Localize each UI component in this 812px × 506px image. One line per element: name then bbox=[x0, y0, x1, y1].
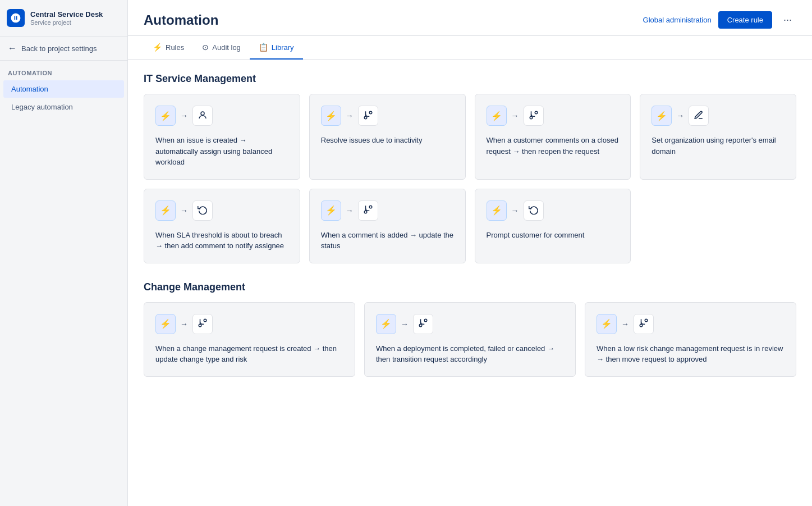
branch-icon bbox=[529, 110, 539, 122]
branch-icon bbox=[418, 318, 428, 330]
section-label: AUTOMATION bbox=[0, 61, 127, 80]
sidebar: Central Service Desk Service project ← B… bbox=[0, 0, 128, 506]
bolt-icon: ⚡ bbox=[160, 111, 171, 121]
trigger-icon-box: ⚡ bbox=[155, 106, 176, 126]
tab-library[interactable]: 📋 Library bbox=[250, 36, 303, 60]
card-change-type-risk[interactable]: ⚡ → When a change management request is … bbox=[144, 302, 355, 377]
arrow-icon: → bbox=[621, 320, 629, 329]
card-text: When an issue is created → automatically… bbox=[155, 135, 288, 168]
page-title: Automation bbox=[144, 12, 218, 28]
itsm-section-title: IT Service Management bbox=[144, 73, 796, 85]
back-to-settings[interactable]: ← Back to project settings bbox=[0, 37, 127, 61]
svg-point-6 bbox=[369, 206, 372, 208]
action-icon-box bbox=[634, 314, 654, 334]
project-name: Central Service Desk bbox=[30, 10, 103, 20]
trigger-icon-box: ⚡ bbox=[487, 200, 507, 221]
card-prompt-customer[interactable]: ⚡ → Prompt customer for comment bbox=[475, 189, 631, 263]
card-deployment-transition[interactable]: ⚡ → When a deployment is completed, fail… bbox=[364, 302, 576, 377]
trigger-icon-box: ⚡ bbox=[321, 106, 341, 126]
project-type: Service project bbox=[30, 19, 103, 26]
person-icon bbox=[198, 110, 208, 122]
trigger-icon-box: ⚡ bbox=[155, 314, 176, 334]
itsm-cards-grid: ⚡ → When an issue is created → automatic… bbox=[144, 94, 796, 263]
main-content: Automation Global administration Create … bbox=[128, 0, 812, 506]
sidebar-nav: Automation Legacy automation bbox=[0, 80, 127, 116]
sidebar-header: Central Service Desk Service project bbox=[0, 0, 127, 37]
refresh-icon bbox=[198, 204, 208, 216]
project-logo bbox=[7, 9, 25, 27]
tab-audit-log-label: Audit log bbox=[212, 43, 241, 52]
bolt-icon: ⚡ bbox=[380, 318, 392, 329]
card-reopen-request[interactable]: ⚡ → When a customer comments on a closed… bbox=[475, 94, 631, 180]
card-text: Set organization using reporter's email … bbox=[652, 135, 785, 157]
svg-point-10 bbox=[424, 319, 427, 322]
bolt-icon: ⚡ bbox=[601, 318, 612, 329]
library-icon: 📋 bbox=[259, 43, 268, 52]
tab-audit-log[interactable]: ⊙ Audit log bbox=[193, 36, 250, 60]
more-options-button[interactable]: ··· bbox=[779, 12, 796, 28]
card-text: When a change management request is crea… bbox=[155, 343, 343, 365]
arrow-icon: → bbox=[511, 111, 519, 120]
arrow-icon: → bbox=[180, 320, 188, 329]
back-icon: ← bbox=[8, 43, 17, 53]
rules-icon: ⚡ bbox=[153, 43, 162, 52]
card-text: Resolve issues due to inactivity bbox=[321, 135, 454, 146]
card-balanced-workload[interactable]: ⚡ → When an issue is created → automatic… bbox=[144, 94, 300, 180]
action-icon-box bbox=[689, 106, 709, 126]
card-comment-status[interactable]: ⚡ → When a comment is added → update the… bbox=[309, 189, 466, 263]
card-text: When a comment is added → update the sta… bbox=[321, 230, 454, 252]
card-text: When a low risk change management reques… bbox=[597, 343, 785, 365]
arrow-icon: → bbox=[180, 206, 188, 215]
branch-icon bbox=[363, 110, 373, 122]
bolt-icon: ⚡ bbox=[160, 318, 171, 329]
bolt-icon: ⚡ bbox=[160, 205, 171, 216]
action-icon-box bbox=[192, 314, 213, 334]
svg-point-11 bbox=[640, 324, 643, 327]
svg-point-3 bbox=[530, 116, 533, 119]
card-text: When a deployment is completed, failed o… bbox=[376, 343, 564, 365]
change-mgmt-cards-grid: ⚡ → When a change management request is … bbox=[144, 302, 796, 377]
arrow-icon: → bbox=[180, 111, 188, 120]
sidebar-item-legacy-automation[interactable]: Legacy automation bbox=[3, 98, 124, 116]
global-admin-button[interactable]: Global administration bbox=[643, 16, 712, 24]
card-low-risk-approved[interactable]: ⚡ → When a low risk change management re… bbox=[585, 302, 796, 377]
bolt-icon: ⚡ bbox=[656, 111, 667, 121]
branch-icon bbox=[363, 204, 373, 216]
branch-icon bbox=[198, 318, 208, 330]
bolt-icon: ⚡ bbox=[491, 205, 502, 216]
action-icon-box bbox=[358, 200, 378, 221]
action-icon-box bbox=[524, 200, 544, 221]
card-sla-breach[interactable]: ⚡ → When SLA threshold is about to breac… bbox=[144, 189, 300, 263]
main-header: Automation Global administration Create … bbox=[128, 0, 812, 36]
arrow-icon: → bbox=[676, 111, 684, 120]
tab-rules[interactable]: ⚡ Rules bbox=[144, 36, 193, 60]
card-set-organization[interactable]: ⚡ → Set organization using reporter's em… bbox=[640, 94, 796, 180]
back-label: Back to project settings bbox=[21, 44, 97, 53]
svg-point-2 bbox=[369, 111, 372, 114]
svg-point-7 bbox=[199, 324, 201, 327]
content-area: IT Service Management ⚡ → When an issue … bbox=[128, 60, 812, 408]
svg-point-12 bbox=[645, 319, 648, 322]
trigger-icon-box: ⚡ bbox=[376, 314, 396, 334]
trigger-icon-box: ⚡ bbox=[597, 314, 617, 334]
sidebar-item-automation[interactable]: Automation bbox=[3, 80, 124, 98]
bolt-icon: ⚡ bbox=[325, 111, 337, 121]
svg-point-0 bbox=[201, 112, 204, 115]
trigger-icon-box: ⚡ bbox=[652, 106, 672, 126]
tab-library-label: Library bbox=[272, 43, 294, 52]
arrow-icon: → bbox=[511, 206, 519, 215]
arrow-icon: → bbox=[401, 320, 409, 329]
trigger-icon-box: ⚡ bbox=[487, 106, 507, 126]
action-icon-box bbox=[192, 106, 213, 126]
arrow-icon: → bbox=[346, 111, 354, 120]
svg-point-1 bbox=[364, 116, 367, 119]
svg-point-9 bbox=[419, 324, 422, 327]
card-resolve-inactivity[interactable]: ⚡ → Resolve issues due to inactivity bbox=[309, 94, 466, 180]
tabs: ⚡ Rules ⊙ Audit log 📋 Library bbox=[128, 36, 812, 60]
bolt-icon: ⚡ bbox=[325, 205, 337, 216]
card-text: When a customer comments on a closed req… bbox=[487, 135, 620, 157]
action-icon-box bbox=[358, 106, 378, 126]
header-actions: Global administration Create rule ··· bbox=[643, 11, 796, 29]
svg-point-5 bbox=[364, 211, 367, 213]
create-rule-button[interactable]: Create rule bbox=[718, 11, 772, 29]
